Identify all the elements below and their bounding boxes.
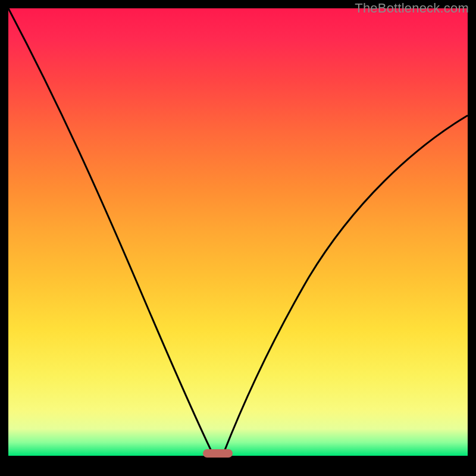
bottleneck-curve xyxy=(8,8,468,456)
chart-plot-area xyxy=(8,8,468,456)
curve-right xyxy=(223,115,468,456)
chart-frame xyxy=(8,8,468,468)
watermark-label: TheBottleneck.com xyxy=(355,1,469,16)
optimal-marker xyxy=(203,449,233,458)
curve-left xyxy=(8,8,214,456)
